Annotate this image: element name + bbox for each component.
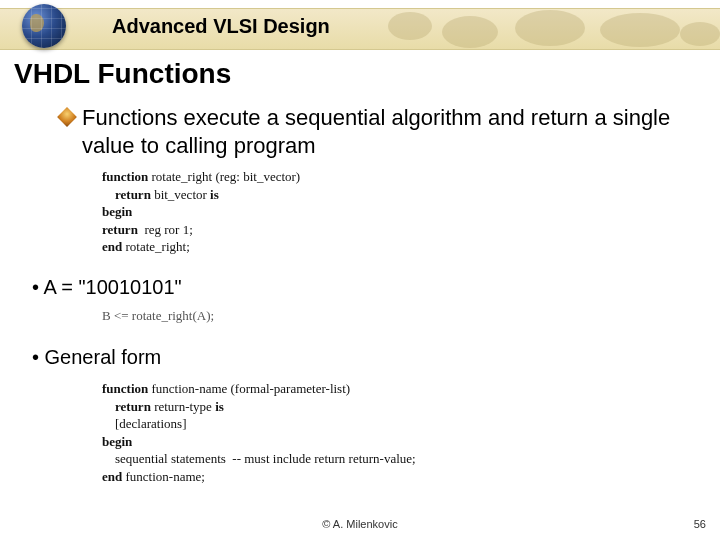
globe-icon [22, 4, 66, 48]
diamond-bullet-icon [57, 107, 77, 127]
main-bullet-text: Functions execute a sequential algorithm… [82, 104, 682, 159]
general-form-code: function function-name (formal-parameter… [102, 380, 416, 485]
svg-point-0 [388, 12, 432, 40]
code-example: function rotate_right (reg: bit_vector) … [102, 168, 300, 256]
sub-bullet-general: • General form [32, 346, 161, 369]
svg-point-4 [680, 22, 720, 46]
footer-copyright: © A. Milenkovic [0, 518, 720, 530]
svg-point-1 [442, 16, 498, 48]
course-title: Advanced VLSI Design [112, 15, 330, 38]
main-bullet: Functions execute a sequential algorithm… [60, 104, 682, 159]
world-map-decor [380, 8, 720, 50]
sub-bullet-a: • A = "10010101" [32, 276, 182, 299]
svg-point-2 [515, 10, 585, 46]
svg-point-3 [600, 13, 680, 47]
slide-title: VHDL Functions [14, 58, 231, 90]
page-number: 56 [694, 518, 706, 530]
call-line: B <= rotate_right(A); [102, 308, 214, 324]
